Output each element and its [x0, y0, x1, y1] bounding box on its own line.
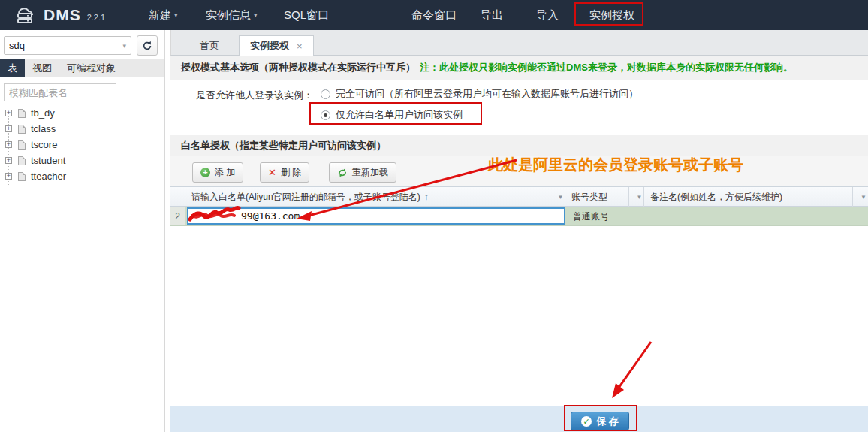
nav-item-sql-window[interactable]: SQL窗口	[279, 0, 333, 30]
plus-expander-icon[interactable]: +	[5, 125, 12, 132]
save-check-icon: ✓	[581, 416, 592, 427]
auth-section-header: 授权模式基本选项（两种授权模式在实际运行中互斥） 注：此处授权只影响实例能否通过…	[170, 56, 868, 80]
caret-down-icon: ▾	[254, 11, 258, 19]
delete-x-icon: ✕	[268, 167, 276, 178]
sidebar-tab-tables[interactable]: 表	[0, 59, 25, 77]
plus-expander-icon[interactable]: +	[5, 141, 12, 148]
plus-expander-icon[interactable]: +	[5, 110, 12, 116]
plus-expander-icon[interactable]: +	[5, 173, 12, 180]
account-type-cell: 普通账号	[573, 210, 609, 223]
header-type-column[interactable]: 账号类型	[565, 187, 629, 207]
app-title: DMS	[44, 6, 81, 24]
refresh-button[interactable]	[137, 35, 158, 56]
header-rownum	[170, 187, 185, 207]
tree-item-tstudent[interactable]: + tstudent	[0, 153, 164, 168]
column-menu-icon[interactable]: ▼	[853, 187, 868, 207]
option-whitelist-only-label: 仅允许白名单用户访问该实例	[336, 108, 463, 122]
table-file-icon	[18, 125, 26, 134]
tree-item-tclass[interactable]: + tclass	[0, 121, 164, 137]
sidebar-tabs: 表 视图 可编程对象	[0, 59, 164, 77]
table-file-icon	[18, 156, 26, 165]
auth-section-note: 注：此处授权只影响实例能否通过DMS来登录，对数据库本身的实际权限无任何影响。	[420, 61, 793, 74]
arrow-to-save-button	[612, 342, 651, 398]
whitelist-table-header: 请输入白名单(Aliyun官网注册的邮箱号，或子账号登陆名) ↑ ▼ 账号类型 …	[170, 186, 868, 207]
reload-icon	[337, 168, 348, 178]
caret-down-icon[interactable]: ▾	[122, 42, 126, 50]
auth-question-label: 是否允许他人登录该实例：	[196, 89, 313, 102]
table-file-icon	[18, 109, 26, 118]
nav-item-export[interactable]: 导出	[476, 0, 508, 30]
dms-app-window: DMS 2.2.1 新建 ▾ 实例信息 ▾ SQL窗口 命令窗口 导出 导入 实…	[0, 0, 868, 432]
option-full-access-label: 完全可访问（所有阿里云登录用户均可在输入数据库账号后进行访问）	[336, 87, 638, 101]
table-file-icon	[18, 140, 26, 150]
account-cell-input[interactable]	[187, 207, 565, 225]
refresh-icon	[142, 41, 152, 51]
page-tabbar: 首页 实例授权 ×	[170, 30, 868, 56]
app-logo: DMS 2.2.1	[12, 0, 105, 30]
sort-asc-icon: ↑	[424, 192, 429, 202]
tab-instance-auth[interactable]: 实例授权 ×	[239, 35, 314, 56]
add-plus-icon: +	[200, 168, 210, 177]
whitelist-section-title: 白名单授权（指定某些特定用户可访问该实例）	[181, 139, 386, 153]
option-full-access[interactable]: 完全可访问（所有阿里云登录用户均可在输入数据库账号后进行访问）	[321, 87, 638, 101]
column-menu-icon[interactable]: ▼	[550, 187, 565, 207]
nav-item-command-window[interactable]: 命令窗口	[407, 0, 461, 30]
header-account-column[interactable]: 请输入白名单(Aliyun官网注册的邮箱号，或子账号登陆名) ↑	[185, 187, 550, 207]
delete-button[interactable]: ✕ 删 除	[260, 162, 309, 183]
save-button[interactable]: ✓ 保 存	[571, 412, 629, 430]
auth-options-area: 是否允许他人登录该实例： 完全可访问（所有阿里云登录用户均可在输入数据库账号后进…	[170, 80, 868, 135]
cloud-database-icon	[12, 5, 38, 25]
table-search-input[interactable]	[4, 83, 116, 101]
footer-bar: ✓ 保 存	[170, 406, 868, 432]
whitelist-section-header: 白名单授权（指定某些特定用户可访问该实例）	[170, 135, 868, 156]
nav-item-new[interactable]: 新建 ▾	[144, 0, 182, 30]
nav-item-instance-info[interactable]: 实例信息 ▾	[201, 0, 262, 30]
table-tree: + tb_dy + tclass + tscore + tstudent +	[0, 105, 164, 184]
annotation-text: 此处是阿里云的会员登录账号或子账号	[488, 155, 743, 175]
nav-item-import[interactable]: 导入	[532, 0, 563, 30]
table-row[interactable]: 2 普通账号	[170, 207, 868, 226]
database-selector-input[interactable]	[9, 38, 114, 53]
red-highlight-box-nav	[574, 2, 643, 26]
tree-item-tteacher[interactable]: + tteacher	[0, 168, 164, 184]
column-menu-icon[interactable]: ▼	[629, 187, 644, 207]
tree-item-tscore[interactable]: + tscore	[0, 137, 164, 153]
header-note-column[interactable]: 备注名(例如姓名，方便后续维护)	[644, 187, 853, 207]
reload-button[interactable]: 重新加载	[329, 162, 396, 183]
close-icon[interactable]: ×	[297, 41, 303, 52]
table-file-icon	[18, 172, 26, 181]
sidebar-tab-programmables[interactable]: 可编程对象	[59, 59, 123, 77]
radio-selected-icon[interactable]	[321, 110, 330, 120]
plus-expander-icon[interactable]: +	[5, 157, 12, 164]
tree-item-tb_dy[interactable]: + tb_dy	[0, 105, 164, 121]
tab-home[interactable]: 首页	[189, 35, 230, 56]
radio-unselected-icon[interactable]	[321, 89, 330, 99]
add-button[interactable]: + 添 加	[192, 162, 243, 183]
option-whitelist-only[interactable]: 仅允许白名单用户访问该实例	[321, 108, 463, 122]
top-navbar: DMS 2.2.1 新建 ▾ 实例信息 ▾ SQL窗口 命令窗口 导出 导入 实…	[0, 0, 868, 30]
database-selector[interactable]: ▾	[4, 36, 131, 55]
app-version: 2.2.1	[87, 13, 105, 22]
sidebar: ▾ 表 视图 可编程对象 + tb_dy + tclass	[0, 30, 165, 432]
row-number: 2	[170, 207, 185, 225]
caret-down-icon: ▾	[174, 11, 178, 19]
auth-section-title: 授权模式基本选项（两种授权模式在实际运行中互斥）	[181, 61, 415, 74]
sidebar-tab-views[interactable]: 视图	[25, 59, 59, 77]
